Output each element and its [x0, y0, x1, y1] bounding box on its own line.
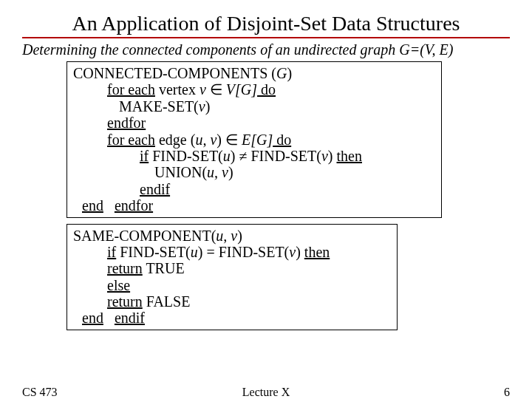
- cc-l1-do: do: [257, 81, 276, 98]
- cc-l1-in: ∈: [206, 81, 226, 98]
- sc-l4-false: FALSE: [143, 293, 191, 310]
- cc-l4-c: ,: [202, 132, 210, 148]
- cc-l4-in: ∈: [222, 132, 242, 148]
- cc-l5-u: u: [223, 148, 231, 164]
- algorithm-box-same-component: SAME-COMPONENT(u, v) if FIND-SET(u) = FI…: [66, 224, 398, 330]
- sc-l1-u: u: [191, 244, 198, 260]
- cc-header-close: ): [287, 65, 292, 81]
- sc-l1-find1: FIND-SET(: [116, 244, 191, 260]
- cc-l5-v: v: [321, 148, 328, 164]
- footer-center: Lecture X: [22, 386, 510, 399]
- cc-line4: for each edge (u, v) ∈ E[G] do: [73, 132, 435, 148]
- cc-l1-for: for each: [107, 81, 155, 98]
- sc-l1-v: v: [289, 244, 296, 260]
- slide-title: An Application of Disjoint-Set Data Stru…: [22, 12, 510, 35]
- cc-l2-close: ): [205, 98, 211, 115]
- cc-l6-c: ,: [214, 164, 222, 180]
- cc-l7-endif: endif: [140, 181, 170, 197]
- cc-l5-find1: FIND-SET(: [149, 148, 223, 164]
- sc-l1-then: then: [304, 244, 330, 260]
- sc-line3: else: [73, 277, 391, 293]
- sc-header-text: SAME-COMPONENT(: [73, 228, 216, 244]
- cc-line5: if FIND-SET(u) ≠ FIND-SET(v) then: [73, 148, 435, 164]
- cc-l6-v: v: [222, 164, 228, 180]
- cc-l4-v: v: [210, 132, 216, 148]
- subtitle-text: Determining the connected components of …: [22, 41, 399, 58]
- cc-l4-set: E[G]: [242, 132, 273, 148]
- sc-end: end: [73, 310, 103, 326]
- cc-l5-close: ): [328, 148, 337, 164]
- algorithm-box-connected-components: CONNECTED-COMPONENTS (G) for each vertex…: [66, 61, 442, 218]
- cc-l6-close: ): [228, 164, 233, 180]
- sc-l4-return: return: [107, 293, 143, 310]
- cc-l2-make: MAKE-SET(: [119, 98, 199, 115]
- sc-l1-find2: ) = FIND-SET(: [198, 244, 290, 260]
- sc-header-close: ): [237, 228, 242, 244]
- sc-l2-return: return: [107, 260, 143, 276]
- title-underline: [22, 37, 510, 38]
- sc-l1-if: if: [107, 244, 116, 260]
- cc-line1: for each vertex v ∈ V[G] do: [73, 81, 435, 98]
- cc-line7: endif: [73, 181, 435, 197]
- cc-l1-set: V[G]: [226, 81, 257, 98]
- cc-l6-union: UNION(: [154, 164, 207, 180]
- subtitle-graph: G=(V, E): [399, 41, 453, 58]
- cc-l1-vertex: vertex: [155, 81, 200, 98]
- sc-header: SAME-COMPONENT(u, v): [73, 228, 391, 244]
- sc-l5-endif: endif: [107, 310, 145, 326]
- cc-l4-u: u: [195, 132, 202, 148]
- cc-line2: MAKE-SET(v): [73, 98, 435, 115]
- sc-header-c: ,: [223, 228, 231, 244]
- sc-header-u: u: [216, 228, 223, 244]
- slide: An Application of Disjoint-Set Data Stru…: [0, 0, 532, 399]
- cc-l1-v: v: [200, 81, 206, 98]
- slide-subtitle: Determining the connected components of …: [22, 41, 510, 58]
- cc-l4-do: do: [273, 132, 291, 148]
- cc-header-text: CONNECTED-COMPONENTS (: [73, 65, 276, 81]
- sc-l1-close: ): [296, 244, 304, 260]
- sc-line1: if FIND-SET(u) = FIND-SET(v) then: [73, 244, 391, 260]
- cc-l8-endfor: endfor: [107, 197, 153, 214]
- cc-l5-if: if: [140, 148, 149, 164]
- cc-line6: UNION(u, v): [73, 164, 435, 180]
- cc-l4-for: for each: [107, 132, 155, 148]
- sc-line2: return TRUE: [73, 260, 391, 276]
- sc-line4: return FALSE: [73, 293, 391, 310]
- cc-header: CONNECTED-COMPONENTS (G): [73, 65, 435, 81]
- sc-line5-row: end endif: [73, 310, 391, 326]
- sc-header-v: v: [231, 228, 237, 244]
- cc-line8-row: end endfor: [73, 197, 435, 214]
- cc-l5-find2: ) ≠ FIND-SET(: [231, 148, 321, 164]
- cc-l2-v: v: [199, 98, 205, 115]
- footer-right: 6: [504, 386, 510, 399]
- cc-l4-edge: edge (: [155, 132, 195, 148]
- cc-end: end: [73, 197, 103, 214]
- sc-l2-true: TRUE: [143, 260, 185, 276]
- cc-l4-close: ): [216, 132, 222, 148]
- cc-header-arg: G: [276, 65, 287, 81]
- cc-l5-then: then: [337, 148, 362, 164]
- cc-l3-endfor: endfor: [107, 115, 146, 131]
- sc-l3-else: else: [107, 277, 130, 293]
- cc-line3: endfor: [73, 115, 435, 131]
- cc-l6-u: u: [207, 164, 214, 180]
